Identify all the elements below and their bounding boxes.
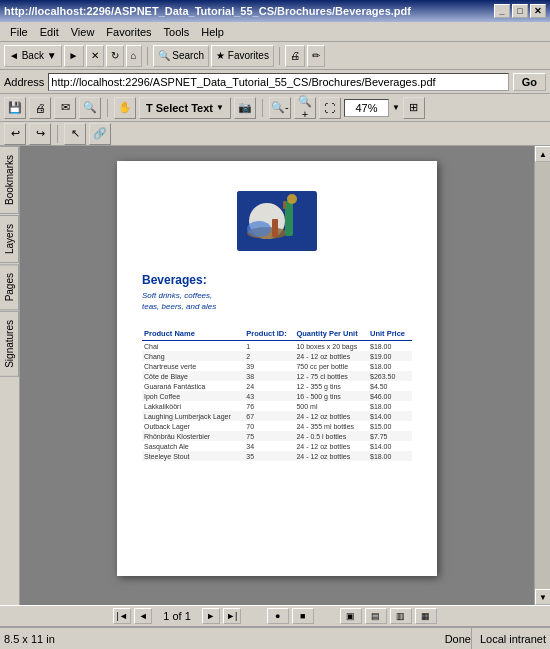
zoom-in-btn[interactable]: 🔍+ [294, 97, 316, 119]
address-input[interactable] [48, 73, 508, 91]
col-header-product-id: Product ID: [244, 327, 294, 341]
page-size-status: 8.5 x 11 in [4, 633, 445, 645]
address-label: Address [4, 76, 44, 88]
scroll-area[interactable]: Beverages: Soft drinks, coffees,teas, be… [20, 146, 534, 605]
table-row: Laughing Lumberjack Lager6724 - 12 oz bo… [142, 411, 412, 421]
col-header-qty: Quantity Per Unit [294, 327, 368, 341]
undo-btn[interactable]: ↩ [4, 123, 26, 145]
select-text-dropdown-arrow: ▼ [216, 103, 224, 112]
table-row: Chai110 boxes x 20 bags$18.00 [142, 341, 412, 352]
svg-point-6 [247, 221, 271, 237]
menu-help[interactable]: Help [195, 24, 230, 40]
signatures-tab[interactable]: Signatures [0, 311, 19, 377]
separator-1 [147, 47, 148, 65]
zoom-dropdown-arrow[interactable]: ▼ [392, 103, 400, 112]
separator-5 [57, 125, 58, 143]
separator-2 [279, 47, 280, 65]
title-bar: http://localhost:2296/ASPNET_Data_Tutori… [0, 0, 550, 22]
left-panel: Bookmarks Layers Pages Signatures [0, 146, 20, 605]
maximize-button[interactable]: □ [512, 4, 528, 18]
pdf-toolbar-1: 💾 🖨 ✉ 🔍 ✋ T Select Text ▼ 📷 🔍- 🔍+ ⛶ ▼ ⊞ [0, 94, 550, 122]
edit-button[interactable]: ✏ [307, 45, 325, 67]
table-row: Ipoh Coffee4316 - 500 g tins$46.00 [142, 391, 412, 401]
menu-view[interactable]: View [65, 24, 101, 40]
close-button[interactable]: ✕ [530, 4, 546, 18]
pdf-email-btn[interactable]: ✉ [54, 97, 76, 119]
view-facing-btn[interactable]: ▥ [390, 608, 412, 624]
favorites-button[interactable]: ★ Favorites [211, 45, 274, 67]
forward-button[interactable]: ► [64, 45, 84, 67]
play-btn[interactable]: ● [267, 608, 289, 624]
select-text-label: Select Text [156, 102, 213, 114]
title-bar-text: http://localhost:2296/ASPNET_Data_Tutori… [4, 5, 494, 17]
col-header-product-name: Product Name [142, 327, 244, 341]
table-row: Chartreuse verte39750 cc per bottle$18.0… [142, 361, 412, 371]
print-button[interactable]: 🖨 [285, 45, 305, 67]
separator-4 [262, 99, 263, 117]
zoom-out-btn[interactable]: 🔍- [269, 97, 291, 119]
svg-rect-7 [272, 219, 278, 237]
stop-btn[interactable]: ■ [292, 608, 314, 624]
home-button[interactable]: ⌂ [126, 45, 142, 67]
back-button[interactable]: ◄ Back ▼ [4, 45, 62, 67]
pdf-snapshot-btn[interactable]: 📷 [234, 97, 256, 119]
table-row: Sasquatch Ale3424 - 12 oz bottles$14.00 [142, 441, 412, 451]
pdf-toolbar-2: ↩ ↪ ↖ 🔗 [0, 122, 550, 146]
scroll-down-btn[interactable]: ▼ [535, 589, 550, 605]
select-text-button[interactable]: T Select Text ▼ [139, 97, 231, 119]
pdf-search-btn[interactable]: 🔍 [79, 97, 101, 119]
prev-page-btn[interactable]: ◄ [134, 608, 152, 624]
pages-tab[interactable]: Pages [0, 264, 19, 310]
table-row: Guaraná Fantástica2412 - 355 g tins$4.50 [142, 381, 412, 391]
main-area: Bookmarks Layers Pages Signatures [0, 146, 550, 605]
go-button[interactable]: Go [513, 73, 546, 91]
table-row: Steeleye Stout3524 - 12 oz bottles$18.00 [142, 451, 412, 461]
stop-button[interactable]: ✕ [86, 45, 104, 67]
zoom-input[interactable] [344, 99, 389, 117]
pdf-title: Beverages: [142, 273, 412, 287]
scroll-track[interactable] [535, 162, 550, 589]
minimize-button[interactable]: _ [494, 4, 510, 18]
pdf-hand-btn[interactable]: ✋ [114, 97, 136, 119]
redo-btn[interactable]: ↪ [29, 123, 51, 145]
last-page-btn[interactable]: ►| [223, 608, 241, 624]
right-scrollbar[interactable]: ▲ ▼ [534, 146, 550, 605]
view-scroll-btn[interactable]: ▤ [365, 608, 387, 624]
view-fullscreen-btn[interactable]: ▦ [415, 608, 437, 624]
svg-rect-4 [283, 201, 286, 209]
zoom-expand-btn[interactable]: ⊞ [403, 97, 425, 119]
table-row: Lakkalikööri76500 ml$18.00 [142, 401, 412, 411]
pdf-save-btn[interactable]: 💾 [4, 97, 26, 119]
svg-rect-3 [285, 201, 293, 236]
col-header-price: Unit Price [368, 327, 412, 341]
first-page-btn[interactable]: |◄ [113, 608, 131, 624]
view-single-btn[interactable]: ▣ [340, 608, 362, 624]
pdf-table: Product Name Product ID: Quantity Per Un… [142, 327, 412, 461]
zoom-page-btn[interactable]: ⛶ [319, 97, 341, 119]
menu-tools[interactable]: Tools [158, 24, 196, 40]
zone-status: Local intranet [471, 628, 546, 649]
menu-edit[interactable]: Edit [34, 24, 65, 40]
search-button[interactable]: 🔍 Search [153, 45, 209, 67]
table-row: Chang224 - 12 oz bottles$19.00 [142, 351, 412, 361]
table-row: Outback Lager7024 - 355 ml bottles$15.00 [142, 421, 412, 431]
bookmarks-tab[interactable]: Bookmarks [0, 146, 19, 214]
menu-bar: File Edit View Favorites Tools Help [0, 22, 550, 42]
layers-tab[interactable]: Layers [0, 215, 19, 263]
pdf-print-btn[interactable]: 🖨 [29, 97, 51, 119]
refresh-button[interactable]: ↻ [106, 45, 124, 67]
scroll-up-btn[interactable]: ▲ [535, 146, 550, 162]
table-row: Rhönbräu Klosterbier7524 - 0.5 l bottles… [142, 431, 412, 441]
bottom-nav: |◄ ◄ 1 of 1 ► ►| ● ■ ▣ ▤ ▥ ▦ [0, 605, 550, 627]
svg-point-5 [287, 194, 297, 204]
cursor-btn[interactable]: ↖ [64, 123, 86, 145]
title-bar-buttons: _ □ ✕ [494, 4, 546, 18]
next-page-btn[interactable]: ► [202, 608, 220, 624]
link-btn[interactable]: 🔗 [89, 123, 111, 145]
zone-text: Local intranet [480, 633, 546, 645]
menu-favorites[interactable]: Favorites [100, 24, 157, 40]
page-info: 1 of 1 [155, 610, 199, 622]
menu-file[interactable]: File [4, 24, 34, 40]
table-row: Côte de Blaye3812 - 75 cl bottles$263.50 [142, 371, 412, 381]
address-bar: Address Go [0, 70, 550, 94]
